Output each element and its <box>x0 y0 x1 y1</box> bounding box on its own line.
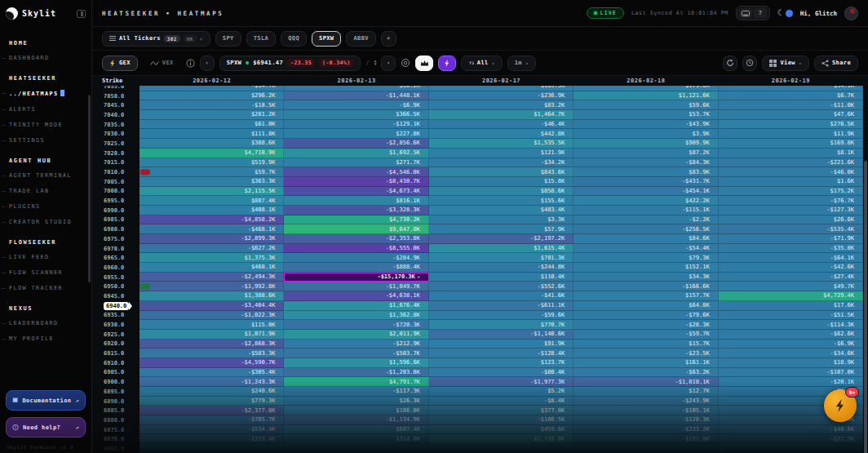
heatmap-cell[interactable]: -$28.3K <box>574 320 718 330</box>
heatmap-cell[interactable]: $607.4K <box>284 425 428 435</box>
heatmap-cell[interactable]: -$20.1K <box>719 377 863 387</box>
heatmap-cell[interactable]: -$107.0K <box>719 368 863 378</box>
heatmap-cell[interactable]: -$59.6K <box>429 311 574 321</box>
heatmap-cell[interactable]: -$4,858.2K <box>140 215 284 225</box>
need-help-button[interactable]: ? Need help? ↗ <box>6 417 86 437</box>
date-column-header[interactable]: 2026-02-13 <box>284 78 428 84</box>
heatmap-cell[interactable]: $59.7K <box>140 167 284 177</box>
heatmap-cell[interactable]: -$115.1K <box>574 206 718 215</box>
sidebar-scrollbar[interactable] <box>88 95 91 282</box>
heatmap-cell[interactable]: $121.9K <box>429 149 574 158</box>
heatmap-cell[interactable]: -$2,377.8K <box>140 406 284 415</box>
refresh-button[interactable] <box>723 56 737 71</box>
heatmap-cell[interactable]: -$166.6K <box>574 282 718 291</box>
heatmap-cell[interactable]: $12.7K <box>574 387 718 397</box>
heatmap-cell[interactable]: -$15,170.3K✦ <box>284 273 428 282</box>
heatmap-cell[interactable]: -$34.6K <box>719 349 863 358</box>
heatmap-cell[interactable] <box>284 444 428 453</box>
sidebar-item-plugins[interactable]: PLUGINS <box>9 198 91 214</box>
heatmap-cell[interactable]: $111.8K <box>140 129 284 139</box>
heatmap-cell[interactable]: -$2,494.3K <box>140 273 284 282</box>
quick-actions-fab[interactable]: 9+ <box>824 389 857 422</box>
heatmap-cell[interactable]: -$305.4K <box>140 368 284 378</box>
date-column-header[interactable]: 2026-02-12 <box>140 78 284 84</box>
heatmap-cell[interactable]: -$534.4K <box>140 425 284 435</box>
heatmap-cell[interactable]: -$627.2K <box>140 244 284 254</box>
documentation-button[interactable]: Documentation ↗ <box>6 390 86 411</box>
sidebar-item-live-feed[interactable]: LIVE FEED <box>9 249 91 264</box>
heatmap-cell[interactable]: -$23.5K <box>574 349 718 358</box>
live-status-badge[interactable]: LIVE <box>587 7 624 19</box>
heatmap-cell[interactable]: -$1,203.8K <box>284 368 428 378</box>
heatmap-cell[interactable]: $227.8K <box>284 129 428 139</box>
heatmap-cell[interactable]: -$4,546.0K <box>284 167 428 177</box>
heatmap-cell[interactable]: $91.9K <box>429 340 574 349</box>
heatmap-cell[interactable] <box>719 444 863 453</box>
target-button[interactable] <box>401 58 410 68</box>
heatmap-cell[interactable]: -$46.0K <box>719 167 863 177</box>
heatmap-cell[interactable]: $175.2K <box>719 187 863 197</box>
help-button[interactable]: ? <box>754 8 767 18</box>
heatmap-cell[interactable]: -$191.0K <box>574 434 718 444</box>
heatmap-cell[interactable]: -$1,049.7K <box>284 282 428 291</box>
heatmap-cell[interactable]: -$8,430.7K <box>284 177 428 187</box>
heatmap-cell[interactable]: $1,676.4K <box>284 301 428 311</box>
heatmap-cell[interactable]: $4,729.4K <box>719 291 863 301</box>
heatmap-cell[interactable]: -$6.9K <box>719 340 863 349</box>
heatmap-cell[interactable]: $15.7K <box>574 340 718 349</box>
heatmap-cell[interactable]: $483.4K <box>429 206 574 215</box>
heatmap-cell[interactable]: $909.9K <box>574 139 718 149</box>
heatmap-cell[interactable]: -$503.7K <box>284 349 428 358</box>
heatmap-cell[interactable]: $61.0K <box>140 120 284 130</box>
heatmap-cell[interactable]: -$129.1K <box>284 120 428 130</box>
heatmap-cell[interactable]: -$1,022.3K <box>140 311 284 321</box>
keyboard-shortcuts-button[interactable] <box>739 8 752 18</box>
heatmap-cell[interactable]: $519.9K <box>140 158 284 168</box>
heatmap-cell[interactable]: $408.1K <box>140 206 284 215</box>
heatmap-cell[interactable]: $1,362.8K <box>284 311 428 321</box>
next-button[interactable]: › <box>381 56 396 71</box>
heatmap-cell[interactable]: -$51.5K <box>719 311 863 321</box>
heatmap-cell[interactable]: $64.8K <box>574 301 718 311</box>
heatmap-cell[interactable]: $8.1K <box>719 149 863 158</box>
heatmap-cell[interactable]: $2,115.5K <box>140 187 284 197</box>
date-column-header[interactable]: 2026-02-19 <box>719 78 863 84</box>
gex-mode-button[interactable]: GEX <box>102 56 138 71</box>
heatmap-cell[interactable]: -$27.4K <box>719 273 863 282</box>
heatmap-cell[interactable]: -$221.6K <box>719 158 863 168</box>
heatmap-cell[interactable]: $779.3K <box>140 397 284 406</box>
sidebar-item-dashboard[interactable]: DASHBOARD <box>9 50 91 65</box>
heatmap-cell[interactable]: -$80.4K <box>429 368 574 378</box>
heatmap-cell[interactable]: $15.8K <box>429 177 574 187</box>
date-column-header[interactable]: 2026-02-18 <box>574 78 718 84</box>
heatmap-cell[interactable]: $17.6K <box>719 301 863 311</box>
heatmap-cell[interactable]: -$43.9K <box>574 120 718 130</box>
heatmap-cell[interactable]: -$4,638.1K <box>284 291 428 301</box>
heatmap-cell[interactable]: $281.2K <box>140 110 284 120</box>
heatmap-cell[interactable]: $1,121.6K <box>574 91 718 101</box>
heatmap-cell[interactable]: $115.0K <box>140 320 284 330</box>
heatmap-cell[interactable]: -$21.5K <box>719 434 863 444</box>
heatmap-cell[interactable]: -$128.4K <box>429 349 574 358</box>
heatmap-cell[interactable]: $186.0K <box>284 406 428 415</box>
heatmap-cell[interactable]: -$114.3K <box>719 320 863 330</box>
sidebar-item-flow-tracker[interactable]: FLOW TRACKER <box>9 280 91 295</box>
heatmap-cell[interactable]: $79.3K <box>574 253 718 263</box>
heatmap-cell[interactable]: $87.2K <box>574 149 718 158</box>
heatmap-cell[interactable]: $26.6K <box>719 215 863 225</box>
sidebar-item-leaderboard[interactable]: LEADERBOARD <box>9 315 91 331</box>
heatmap-cell[interactable]: -$79.6K <box>574 311 718 321</box>
heatmap-cell[interactable]: -$243.9K <box>574 397 718 406</box>
sidebar-item-heatmaps[interactable]: ../HEATMAPS <box>9 85 91 101</box>
heatmap-cell[interactable]: -$454.1K <box>574 187 718 197</box>
heatmap-cell[interactable]: $59.6K <box>574 100 718 110</box>
add-ticker-button[interactable]: + <box>381 31 396 47</box>
heatmap-cell[interactable]: -$34.2K <box>429 158 574 168</box>
sidebar-item-my-profile[interactable]: MY PROFILE <box>9 331 91 346</box>
theme-toggle[interactable]: ☾ <box>777 9 793 17</box>
heatmap-cell[interactable]: $4,730.2K <box>284 215 428 225</box>
heatmap-cell[interactable]: $123.7K <box>429 358 574 368</box>
heatmap-cell[interactable]: -$244.8K <box>429 263 574 273</box>
heatmap-cell[interactable]: -$720.3K <box>284 320 428 330</box>
heatmap-cell[interactable]: -$236.9K <box>429 91 574 101</box>
